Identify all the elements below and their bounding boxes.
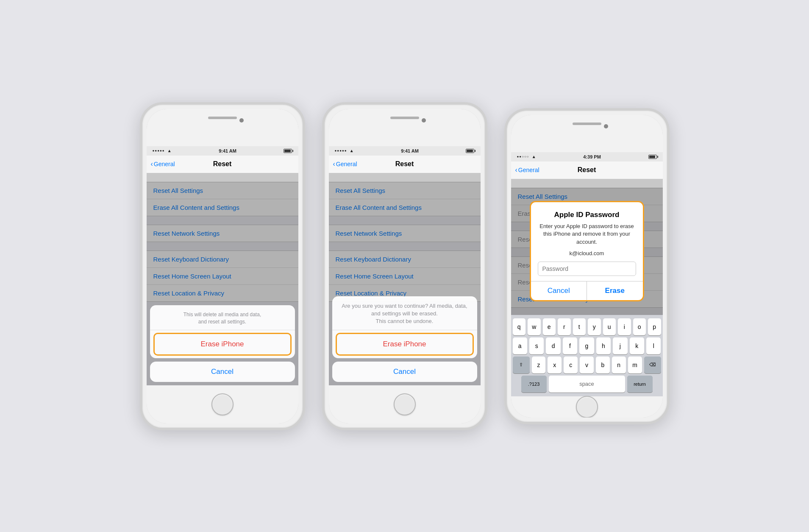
bottom-bezel-1 bbox=[147, 385, 298, 423]
status-bar-2: ●●●●● ▲ 9:41 AM bbox=[329, 146, 481, 156]
nav-bar-3: ‹ General Reset bbox=[511, 162, 663, 179]
kb-key-x[interactable]: x bbox=[548, 357, 562, 373]
kb-key-i[interactable]: i bbox=[618, 318, 631, 335]
signal-dots-3: ●●○○○ bbox=[517, 155, 529, 159]
kb-key-m[interactable]: m bbox=[628, 357, 642, 373]
chevron-icon-1: ‹ bbox=[151, 160, 153, 168]
speaker-2 bbox=[390, 117, 419, 119]
kb-numbers-key[interactable]: .?123 bbox=[521, 376, 547, 393]
kb-key-a[interactable]: a bbox=[513, 337, 527, 354]
kb-key-w[interactable]: w bbox=[528, 318, 541, 335]
alert-erase-button-3[interactable]: Erase bbox=[587, 281, 643, 300]
kb-key-z[interactable]: z bbox=[532, 357, 546, 373]
erase-iphone-button-2[interactable]: Erase iPhone bbox=[336, 333, 474, 356]
status-bar-3: ●●○○○ ▲ 4:39 PM bbox=[511, 152, 663, 162]
battery-1 bbox=[284, 149, 292, 153]
back-label-3: General bbox=[518, 167, 539, 173]
kb-key-y[interactable]: y bbox=[588, 318, 601, 335]
wifi-icon-3: ▲ bbox=[532, 154, 536, 159]
top-bezel-1 bbox=[147, 109, 298, 146]
password-input-3[interactable] bbox=[538, 262, 636, 276]
alert-title-3: Apple ID Password bbox=[538, 211, 636, 219]
kb-row-3: ⇧ z x c v b n m ⌫ bbox=[513, 357, 661, 373]
status-left-3: ●●○○○ ▲ bbox=[517, 154, 536, 159]
kb-key-c[interactable]: c bbox=[564, 357, 578, 373]
back-button-2[interactable]: ‹ General bbox=[333, 160, 357, 168]
kb-key-s[interactable]: s bbox=[529, 337, 544, 354]
action-sheet-overlay-2: Are you sure you want to continue? All m… bbox=[329, 182, 481, 385]
kb-key-k[interactable]: k bbox=[630, 337, 644, 354]
action-sheet-title-1: This will delete all media and data,and … bbox=[150, 305, 295, 330]
back-button-1[interactable]: ‹ General bbox=[151, 160, 175, 168]
kb-space-key[interactable]: space bbox=[549, 376, 625, 393]
nav-title-1: Reset bbox=[213, 160, 232, 168]
kb-key-j[interactable]: j bbox=[613, 337, 627, 354]
kb-return-key[interactable]: return bbox=[627, 376, 653, 393]
kb-key-f[interactable]: f bbox=[563, 337, 577, 354]
camera-3 bbox=[604, 124, 608, 128]
status-time-2: 9:41 AM bbox=[401, 148, 419, 153]
phone-3: ●●○○○ ▲ 4:39 PM ‹ General Reset Reset Al… bbox=[504, 108, 670, 424]
kb-key-p[interactable]: p bbox=[648, 318, 661, 335]
back-label-1: General bbox=[154, 161, 175, 167]
nav-title-2: Reset bbox=[395, 160, 414, 168]
chevron-icon-3: ‹ bbox=[515, 166, 517, 174]
kb-key-h[interactable]: h bbox=[596, 337, 611, 354]
status-left-1: ●●●●● ▲ bbox=[153, 148, 172, 153]
kb-key-l[interactable]: l bbox=[646, 337, 661, 354]
back-label-2: General bbox=[336, 161, 357, 167]
cancel-button-1[interactable]: Cancel bbox=[150, 362, 295, 382]
home-button-3[interactable] bbox=[576, 396, 598, 418]
kb-key-e[interactable]: e bbox=[543, 318, 556, 335]
erase-iphone-button-1[interactable]: Erase iPhone bbox=[153, 333, 292, 356]
alert-overlay-3: Apple ID Password Enter your Apple ID pa… bbox=[511, 188, 663, 315]
kb-key-t[interactable]: t bbox=[573, 318, 586, 335]
phone-1: ●●●●● ▲ 9:41 AM ‹ General Reset Reset Al… bbox=[140, 102, 305, 430]
kb-delete-key[interactable]: ⌫ bbox=[644, 357, 661, 373]
wifi-icon-1: ▲ bbox=[167, 148, 172, 153]
cancel-button-2[interactable]: Cancel bbox=[332, 362, 477, 382]
kb-row-4: .?123 space return bbox=[513, 376, 661, 393]
kb-key-g[interactable]: g bbox=[579, 337, 594, 354]
bottom-bezel-3 bbox=[511, 396, 663, 418]
action-sheet-title-2: Are you sure you want to continue? All m… bbox=[332, 296, 477, 330]
status-right-3 bbox=[648, 155, 657, 159]
kb-row-1: q w e r t y u i o p bbox=[513, 318, 661, 335]
kb-key-b[interactable]: b bbox=[596, 357, 610, 373]
home-button-1[interactable] bbox=[211, 393, 234, 415]
kb-key-n[interactable]: n bbox=[612, 357, 626, 373]
nav-title-3: Reset bbox=[578, 166, 596, 174]
alert-buttons-3: Cancel Erase bbox=[531, 281, 643, 300]
kb-key-u[interactable]: u bbox=[603, 318, 616, 335]
kb-key-o[interactable]: o bbox=[633, 318, 646, 335]
alert-box-3: Apple ID Password Enter your Apple ID pa… bbox=[530, 201, 644, 301]
top-bezel-3 bbox=[511, 115, 663, 152]
action-sheet-1: This will delete all media and data,and … bbox=[150, 305, 295, 358]
alert-content-3: Apple ID Password Enter your Apple ID pa… bbox=[531, 202, 643, 281]
alert-cancel-button-3[interactable]: Cancel bbox=[531, 281, 587, 300]
battery-3 bbox=[648, 155, 657, 159]
nav-bar-1: ‹ General Reset bbox=[147, 156, 298, 173]
battery-2 bbox=[466, 149, 474, 153]
speaker-1 bbox=[208, 117, 237, 119]
kb-key-r[interactable]: r bbox=[558, 318, 571, 335]
kb-key-d[interactable]: d bbox=[546, 337, 560, 354]
nav-bar-2: ‹ General Reset bbox=[329, 156, 481, 173]
cancel-sheet-2: Cancel bbox=[332, 362, 477, 382]
keyboard-3: q w e r t y u i o p a s d f g h j k l bbox=[511, 315, 663, 396]
kb-key-v[interactable]: v bbox=[580, 357, 594, 373]
status-right-1 bbox=[284, 149, 292, 153]
kb-key-q[interactable]: q bbox=[513, 318, 526, 335]
status-time-3: 4:39 PM bbox=[583, 154, 601, 159]
back-button-3[interactable]: ‹ General bbox=[515, 166, 539, 174]
status-right-2 bbox=[466, 149, 474, 153]
home-button-2[interactable] bbox=[394, 393, 416, 415]
status-time-1: 9:41 AM bbox=[219, 148, 236, 153]
signal-dots-2: ●●●●● bbox=[335, 149, 347, 153]
kb-shift-key[interactable]: ⇧ bbox=[513, 357, 530, 373]
alert-email-3: k@icloud.com bbox=[538, 250, 636, 256]
screen-content-3: Reset All Settings Erase All Content and… bbox=[511, 188, 663, 315]
alert-message-3: Enter your Apple ID password to erase th… bbox=[538, 223, 636, 246]
screen-content-1: Reset All Settings Erase All Content and… bbox=[147, 182, 298, 385]
wifi-icon-2: ▲ bbox=[350, 148, 354, 153]
